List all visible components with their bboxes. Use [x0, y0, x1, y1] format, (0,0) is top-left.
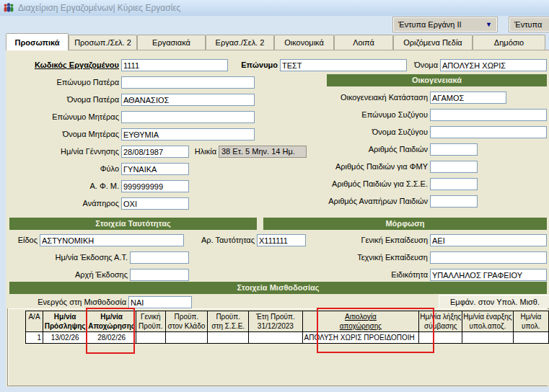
birth-date-label: Ημ/νία Γέννησης	[6, 147, 119, 156]
employee-code-input[interactable]	[121, 59, 228, 71]
marital-status-label: Οικογενειακή Κατάσταση	[274, 93, 428, 102]
children-fmy-label: Αριθμός Παιδιών για ΦΜΥ	[274, 162, 428, 172]
col-header-sector-seniority[interactable]: Προϋπ.στον Κλάδο	[165, 311, 208, 332]
cell-seniority-years[interactable]	[249, 332, 302, 344]
id-issue-date-label: Ημ/νία Έκδοσης Α.Τ.	[6, 253, 128, 262]
spouse-surname-label: Επώνυμο Συζύγου	[274, 110, 428, 120]
tab-personal-page2[interactable]: Προσωπ./Σελ. 2	[69, 35, 137, 50]
children-count-label: Αριθμός Παιδιών	[274, 145, 428, 154]
cell-hire-date[interactable]: 13/02/26	[43, 332, 87, 344]
ergani-forms-label: Έντυπα Εργάνη ΙΙ	[398, 20, 462, 29]
specialty-input[interactable]	[430, 269, 547, 281]
disabled-children-label: Αριθμός Αναπήρων Παιδιών	[274, 197, 428, 206]
id-type-input[interactable]	[40, 234, 184, 246]
tab-public-sector[interactable]: Δημόσιο	[473, 35, 545, 50]
section-payroll-header: Στοιχεία Μισθοδοσίας	[9, 282, 547, 294]
section-education-header: Μόρφωση	[263, 218, 547, 230]
technical-education-label: Τεχνική Εκπαίδευση	[274, 253, 428, 262]
first-name-label: Όνομα	[404, 61, 438, 70]
section-family-header: Οικογενειακά	[327, 74, 547, 86]
chevron-down-icon: ▼	[486, 21, 492, 28]
ergani-forms-dropdown[interactable]: Έντυπα Εργάνη ΙΙ ▼	[393, 17, 497, 32]
id-number-label: Αρ. Ταυτότητας	[186, 236, 255, 245]
mother-surname-input[interactable]	[121, 111, 255, 123]
id-authority-input[interactable]	[130, 269, 189, 281]
cell-sector-seniority[interactable]	[165, 332, 208, 344]
col-header-seniority-years[interactable]: Έτη Προϋπ.31/12/2023	[249, 311, 302, 332]
tab-employment[interactable]: Εργασιακά	[137, 35, 206, 50]
age-label: Ηλικία	[190, 147, 216, 156]
col-header-sse-seniority[interactable]: Προϋπ.στη Σ.Σ.Ε.	[208, 311, 249, 332]
mother-surname-label: Επώνυμο Μητέρας	[6, 112, 119, 122]
tab-personal[interactable]: Προσωπικά	[6, 33, 69, 50]
tab-financial[interactable]: Οικονομικά	[274, 35, 334, 50]
first-name-input[interactable]	[440, 59, 547, 71]
col-header-index[interactable]: Α/Α	[26, 311, 43, 332]
children-sse-input[interactable]	[430, 178, 478, 190]
mother-name-label: Όνομα Μητέρας	[6, 130, 119, 139]
id-type-label: Είδος	[6, 236, 38, 245]
highlight-rectangle-departure-date	[86, 308, 135, 354]
spouse-surname-input[interactable]	[430, 109, 547, 121]
forms-dropdown[interactable]: Έντυπα ▼	[509, 17, 549, 32]
tab-employment-page2[interactable]: Εργασ./Σελ. 2	[206, 35, 274, 50]
gender-input[interactable]	[121, 163, 189, 175]
cell-sse-seniority[interactable]	[208, 332, 249, 344]
tab-divider	[6, 50, 549, 50]
technical-education-input[interactable]	[430, 251, 547, 264]
payroll-active-input[interactable]	[128, 296, 192, 308]
children-sse-label: Αριθμός Παιδιών για Σ.Σ.Ε.	[274, 179, 428, 189]
disabled-label: Ανάπηρος	[6, 199, 119, 208]
general-education-input[interactable]	[430, 234, 547, 246]
spouse-name-input[interactable]	[430, 126, 547, 138]
children-fmy-input[interactable]	[430, 161, 478, 173]
cell-index[interactable]: 1	[26, 332, 43, 344]
employee-management-window: Διαχείριση Εργαζομένων| Κύριες Εργασίες …	[0, 0, 549, 392]
employee-code-label: Κωδικός Εργαζομένου	[6, 61, 119, 70]
birth-date-input[interactable]	[121, 146, 189, 158]
children-count-input[interactable]	[430, 143, 478, 156]
people-icon	[3, 2, 14, 14]
father-name-label: Όνομα Πατέρα	[6, 95, 119, 104]
title-bar: Διαχείριση Εργαζομένων| Κύριες Εργασίες	[0, 0, 549, 16]
father-surname-label: Επώνυμο Πατέρα	[6, 78, 119, 87]
afm-label: Α. Φ. Μ.	[6, 182, 119, 191]
cell-general-seniority[interactable]	[136, 332, 166, 344]
highlight-rectangle-departure-reason	[317, 308, 434, 353]
col-header-hire-date[interactable]: Ημ/νίαΠρόσληψης	[43, 311, 87, 332]
father-surname-input[interactable]	[121, 76, 255, 89]
col-header-severance-date[interactable]: Ημ/νίαυπολ.	[513, 311, 548, 332]
surname-input[interactable]	[280, 59, 407, 71]
id-authority-label: Αρχή Έκδοσης	[6, 270, 128, 280]
cell-severance-start[interactable]	[462, 332, 513, 344]
disabled-input[interactable]	[121, 197, 189, 210]
cell-severance-date[interactable]	[513, 332, 548, 344]
spouse-name-label: Όνομα Συζύγου	[274, 128, 428, 137]
id-issue-date-input[interactable]	[130, 251, 189, 264]
disabled-children-input[interactable]	[430, 195, 478, 208]
mother-name-input[interactable]	[121, 128, 255, 141]
col-header-severance-start[interactable]: Ημ/νία έναρξηςυπολ.αποζ.	[462, 311, 513, 332]
specialty-label: Ειδικότητα	[274, 270, 428, 280]
forms-label: Έντυπα	[514, 20, 542, 29]
tab-defined-fields[interactable]: Οριζόμενα Πεδία	[393, 35, 473, 50]
marital-status-input[interactable]	[430, 92, 506, 104]
col-header-general-seniority[interactable]: ΓενικήΠροϋπ.	[136, 311, 166, 332]
payroll-active-label: Ενεργός στη Μισθοδοσία	[6, 298, 126, 307]
afm-input[interactable]	[121, 180, 189, 192]
father-name-input[interactable]	[121, 94, 255, 106]
tab-other[interactable]: Λοιπά	[334, 35, 393, 50]
surname-label: Επώνυμο	[233, 61, 278, 70]
window-title: Διαχείριση Εργαζομένων| Κύριες Εργασίες	[18, 3, 180, 13]
gender-label: Φύλο	[6, 164, 119, 174]
section-identity-header: Στοιχεία Ταυτότητας	[9, 218, 257, 230]
general-education-label: Γενική Εκπαίδευση	[274, 236, 428, 245]
show-in-payroll-calc-button[interactable]: Εμφάν. στον Υπολ. Μισθ.	[439, 295, 549, 309]
